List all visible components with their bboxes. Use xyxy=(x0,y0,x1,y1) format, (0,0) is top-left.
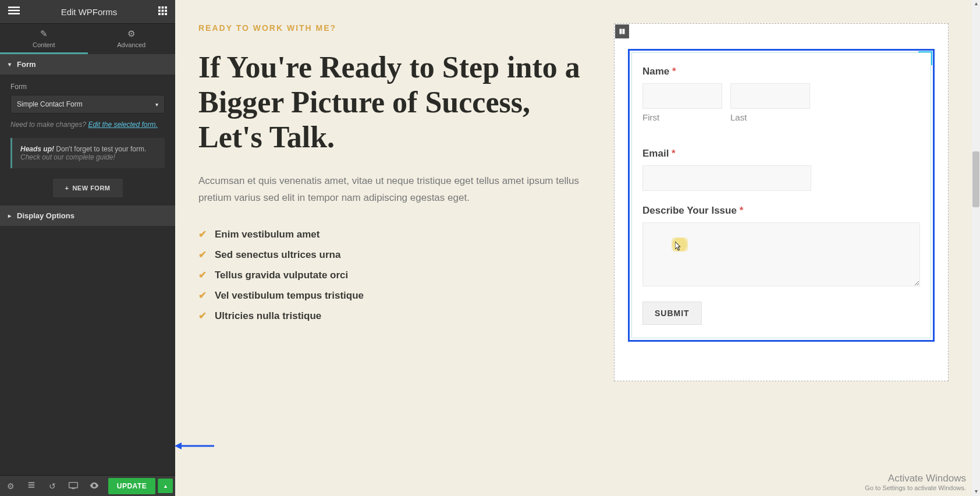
svg-rect-4 xyxy=(162,6,164,9)
section-form-header[interactable]: ▾ Form xyxy=(0,54,175,75)
svg-rect-11 xyxy=(165,13,167,15)
column-icon[interactable] xyxy=(615,24,629,38)
svg-rect-7 xyxy=(162,9,164,12)
check-icon: ✔ xyxy=(198,249,207,261)
new-form-button[interactable]: + NEW FORM xyxy=(53,179,123,197)
form-select-value: Simple Contact Form xyxy=(17,100,83,108)
page-preview: READY TO WORK WITH ME? If You're Ready t… xyxy=(175,0,972,496)
check-icon: ✔ xyxy=(198,228,207,240)
form-select[interactable]: Simple Contact Form ▾ xyxy=(10,95,165,114)
scroll-down-icon[interactable]: ▾ xyxy=(972,488,980,496)
check-icon: ✔ xyxy=(198,310,207,322)
svg-rect-0 xyxy=(8,6,20,8)
sidebar-title: Edit WPForms xyxy=(61,7,118,17)
svg-rect-2 xyxy=(8,13,20,14)
preview-icon[interactable] xyxy=(84,481,105,491)
headline: If You're Ready to Step into a Bigger Pi… xyxy=(198,50,591,154)
tab-advanced[interactable]: ⚙ Advanced xyxy=(88,24,176,54)
content-right: ✎ Name * First Last Email * xyxy=(614,23,949,381)
svg-rect-14 xyxy=(29,487,35,488)
list-item: ✔Ultricies nulla tristique xyxy=(198,306,591,326)
list-item-text: Enim vestibulum amet xyxy=(215,229,319,240)
last-name-input[interactable] xyxy=(730,83,810,109)
notice-rest: Don't forget to test your form. xyxy=(54,145,146,153)
editor-sidebar: Edit WPForms ✎ Content ⚙ Advanced ▾ Form… xyxy=(0,0,175,496)
name-input-row xyxy=(642,83,920,109)
caret-down-icon: ▾ xyxy=(8,61,11,68)
list-item: ✔Enim vestibulum amet xyxy=(198,224,591,245)
scrollbar-thumb[interactable] xyxy=(972,151,979,207)
section-display-header[interactable]: ▸ Display Options xyxy=(0,206,175,226)
first-sublabel: First xyxy=(642,112,722,122)
name-sublabels: First Last xyxy=(642,112,920,134)
form-help-text: Need to make changes? Edit the selected … xyxy=(10,121,165,129)
name-label: Name * xyxy=(642,66,920,77)
svg-rect-13 xyxy=(29,484,35,486)
svg-rect-10 xyxy=(162,13,164,15)
section-display-title: Display Options xyxy=(17,211,74,220)
sidebar-footer: ⚙ ↺ UPDATE ▴ xyxy=(0,475,175,496)
chevron-down-icon: ▾ xyxy=(155,101,158,108)
responsive-icon[interactable] xyxy=(63,481,84,491)
update-options-button[interactable]: ▴ xyxy=(158,479,173,493)
settings-icon[interactable]: ⚙ xyxy=(0,481,21,491)
vertical-scrollbar[interactable]: ▴ ▾ xyxy=(972,0,980,496)
section-form-title: Form xyxy=(17,60,36,69)
selected-widget-outline[interactable]: ✎ Name * First Last Email * xyxy=(628,49,935,342)
tab-advanced-label: Advanced xyxy=(117,41,145,48)
form-select-label: Form xyxy=(10,83,165,91)
notice-strong: Heads up! xyxy=(20,145,54,153)
section-form-body: Form Simple Contact Form ▾ Need to make … xyxy=(0,75,175,206)
navigator-icon[interactable] xyxy=(21,481,42,491)
watermark-line1: Activate Windows xyxy=(865,473,966,484)
svg-rect-6 xyxy=(158,9,161,12)
hamburger-menu-icon[interactable] xyxy=(8,5,20,19)
svg-rect-5 xyxy=(165,6,167,9)
email-input[interactable] xyxy=(642,165,811,191)
describe-block: Describe Your Issue * xyxy=(642,205,920,289)
heads-up-notice: Heads up! Don't forget to test your form… xyxy=(10,138,165,168)
list-item: ✔Sed senectus ultrices urna xyxy=(198,245,591,265)
widget-frame[interactable]: ✎ Name * First Last Email * xyxy=(614,23,949,381)
eyebrow-text: READY TO WORK WITH ME? xyxy=(198,23,591,33)
help-prefix: Need to make changes? xyxy=(10,121,88,129)
sidebar-header: Edit WPForms xyxy=(0,0,175,24)
list-item-text: Vel vestibulum tempus tristique xyxy=(215,290,364,302)
tab-content-label: Content xyxy=(33,41,55,48)
notice-sub: Check out our complete guide! xyxy=(20,153,115,161)
list-item-text: Ultricies nulla tristique xyxy=(215,310,321,322)
edit-form-link[interactable]: Edit the selected form. xyxy=(88,121,157,129)
last-sublabel: Last xyxy=(730,112,747,122)
svg-rect-18 xyxy=(623,29,625,34)
feature-list: ✔Enim vestibulum amet ✔Sed senectus ultr… xyxy=(198,224,591,326)
email-label: Email * xyxy=(642,148,920,160)
svg-rect-12 xyxy=(29,482,35,483)
history-icon[interactable]: ↺ xyxy=(42,481,63,491)
update-label: UPDATE xyxy=(117,482,147,490)
content-left: READY TO WORK WITH ME? If You're Ready t… xyxy=(198,23,591,381)
tab-content[interactable]: ✎ Content xyxy=(0,24,88,54)
sidebar-tabs: ✎ Content ⚙ Advanced xyxy=(0,24,175,54)
scroll-up-icon[interactable]: ▴ xyxy=(972,0,980,8)
activate-windows-watermark: Activate Windows Go to Settings to activ… xyxy=(865,473,966,491)
new-form-label: NEW FORM xyxy=(72,185,110,192)
submit-button[interactable]: SUBMIT xyxy=(642,302,702,325)
svg-rect-1 xyxy=(8,10,20,12)
first-name-input[interactable] xyxy=(642,83,722,109)
widgets-grid-icon[interactable] xyxy=(158,6,167,17)
content-row: READY TO WORK WITH ME? If You're Ready t… xyxy=(175,0,972,405)
pencil-icon: ✎ xyxy=(0,29,88,39)
svg-rect-8 xyxy=(165,9,167,12)
update-button[interactable]: UPDATE xyxy=(108,478,155,494)
plus-icon: + xyxy=(65,185,69,192)
list-item: ✔Vel vestibulum tempus tristique xyxy=(198,285,591,306)
list-item: ✔Tellus gravida vulputate orci xyxy=(198,265,591,285)
describe-textarea[interactable] xyxy=(642,222,920,286)
svg-rect-15 xyxy=(69,482,78,487)
gear-icon: ⚙ xyxy=(88,29,176,39)
watermark-line2: Go to Settings to activate Windows. xyxy=(865,484,966,491)
list-item-text: Tellus gravida vulputate orci xyxy=(215,270,348,281)
svg-rect-9 xyxy=(158,13,161,15)
form-widget: Name * First Last Email * xyxy=(631,52,931,338)
svg-rect-3 xyxy=(158,6,161,9)
